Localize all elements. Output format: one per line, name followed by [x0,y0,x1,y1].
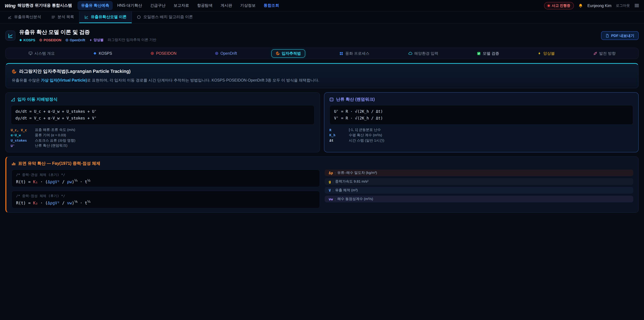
formula-part: · ( [38,201,48,205]
section-tab-opendrift[interactable]: OpenDrift [211,50,241,57]
nav-item-spill-forecast[interactable]: 유출유 확산예측 [78,1,113,10]
legend-symbol: α·U_w [11,133,35,137]
nav-right-cluster: 사고 진행중 Eunjeong Kim 로그아웃 [544,2,639,9]
section-tab-ensemble[interactable]: 앙상블 [534,49,559,58]
param-row: νw : 해수 동점성계수 (m²/s) [325,196,633,202]
param-row: V : 유출 체적 (m³) [325,187,633,194]
code-comment: /* 중력-점성 체제 (후기) */ [16,194,315,198]
ring-dot-icon [215,52,218,55]
legend-symbol: U_stokes [11,138,35,143]
section-tab-kosps[interactable]: KOSPS [89,50,116,57]
logout-button[interactable]: 로그아웃 [616,3,630,8]
section-tab-label: 입자추적법 [282,51,301,56]
nav-item-emergency-rescue[interactable]: 긴급구난 [146,1,169,10]
section-tab-label: OpenDrift [220,51,237,55]
app-root: Wing 해양환경 위기대응 통합시스템 유출유 확산예측 HNS·대기확산 긴… [0,0,644,320]
legend-row: U_c, V_c 표층 해류·조류 속도 (m/s) [11,128,314,132]
section-tab-poseidon[interactable]: POSEIDON [146,50,181,57]
code-comment: /* 중력-관성 체제 (초기) */ [16,172,315,177]
governing-equation-block: dx/dt = U_c + α·U_w + U_stokes + U' dy/d… [11,105,314,125]
pdf-export-button[interactable]: PDF 내보내기 [601,31,639,40]
section-tab-label: 풍화 프로세스 [345,51,370,56]
triangle-ruler-icon [11,98,15,102]
param-desc: 해수 동점성계수 (m²/s) [337,197,373,201]
document-icon [606,34,609,38]
swirl-icon [276,51,280,55]
legend-symbol: U' [11,143,35,148]
nav-item-weather-info[interactable]: 기상정보 [236,1,259,10]
intro-section: 라그랑지안 입자추적법(Lagrangian Particle Tracking… [5,63,639,88]
menu-button[interactable] [634,3,639,8]
param-separator: : [334,171,336,175]
section-tab-label: 발전 방향 [599,51,616,56]
legend-symbol: Δt [330,138,349,143]
formula-coefficient: K₁ [33,180,38,184]
legend-desc: [-1, 1] 균등분포 난수 [349,128,381,132]
virtual-particle-highlight: 가상 입자(Virtual Particle) [41,78,87,82]
intro-text: 유출유를 수많은 [12,78,41,82]
fay-formula: R(t) = K₁ · (ΔρgV² / ρw)¼ · t½ [16,179,315,184]
tab-label: 유출유확산분석 [14,15,41,20]
bell-icon [578,3,583,8]
section-tab-label: POSEIDON [156,51,176,55]
badge-label: 앙상블 [94,38,104,42]
fay-code-block-viscous: /* 중력-점성 체제 (후기) */ R(t) = K₂ · (ΔρgV² /… [12,191,320,208]
pdf-button-label: PDF 내보내기 [611,33,634,38]
bar-chart-icon [12,161,16,166]
formula-part: / [60,201,67,205]
formula-part: ) [72,201,74,205]
tab-analysis-list[interactable]: 분석 목록 [46,12,79,23]
fay-code-column: /* 중력-관성 체제 (초기) */ R(t) = K₁ · (ΔρgV² /… [12,169,320,208]
formula-group: ΔρgV² [48,201,60,205]
section-tab-overview[interactable]: 시스템 개요 [24,49,59,58]
ring-dot-icon [66,39,68,42]
governing-card-title-row: 입자 이동 지배방정식 [11,97,314,103]
section-tab-particle-tracking[interactable]: 입자추적법 [271,49,305,58]
nav-item-aerial-search[interactable]: 항공탐색 [193,1,216,10]
monitor-icon [28,51,32,55]
chart-line-icon [8,33,13,38]
swirl-icon [12,69,16,74]
equation-line: dx/dt = U_c + α·U_w + U_stokes + U' [16,109,310,115]
section-tab-validation[interactable]: 모델 검증 [472,49,504,58]
param-desc: 중력가속도 9.81 m/s² [335,179,368,184]
chart-icon [8,15,12,19]
formula-exponent: ½ [87,179,90,182]
nav-item-hns-dispersion[interactable]: HNS·대기확산 [114,1,146,10]
param-row: Δρ : 유류–해수 밀도차 (kg/m³) [325,169,633,176]
nav-item-board[interactable]: 게시판 [217,1,236,10]
section-tab-roadmap[interactable]: 발전 방향 [589,49,620,58]
dice-icon [330,98,334,102]
nav-item-integrated-search[interactable]: 통합조회 [260,1,283,10]
legend-symbol: K_h [330,133,349,137]
section-tab-weathering[interactable]: 풍화 프로세스 [335,49,374,58]
legend-row: U_stokes 스토크스 표류 (파랑 영향) [11,138,314,143]
nav-item-reports[interactable]: 보고자료 [170,1,193,10]
sub-tab-bar: 유출유확산분석 분석 목록 유출유확산모델 이론 오일펜스 배치 알고리즘 이론 [0,12,644,24]
bolt-icon [538,52,541,55]
section-tab-ocean-input[interactable]: 해양환경 입력 [404,49,442,58]
section-tab-label: 모델 검증 [483,51,499,56]
formula-part: · ( [38,180,48,184]
badge-label: OpenDrift [70,38,85,42]
incident-dot-icon [548,5,550,7]
equation-line: V' = R · √(2K_h / Δt) [334,115,628,122]
legend-desc: 시간 스텝 (일반 1시간) [349,138,384,143]
diamond-icon [94,52,97,55]
legend-row: U' 난류 확산 (랜덤워크) [11,143,314,148]
tab-oilfence-theory[interactable]: 오일펜스 배치 알고리즘 이론 [132,12,198,23]
param-separator: : [332,180,334,184]
badge-poseidon: POSEIDON [39,38,62,42]
notification-bell-button[interactable] [578,3,583,8]
fay-code-block-inertia: /* 중력-관성 체제 (초기) */ R(t) = K₁ · (ΔρgV² /… [12,169,320,187]
grid-icon [340,52,343,55]
formula-exponent: ¼ [87,200,90,203]
turbulence-card-title-row: 난류 확산 (랜덤워크) [330,97,633,103]
brand[interactable]: Wing 해양환경 위기대응 통합시스템 [5,3,72,9]
tab-model-theory[interactable]: 유출유확산모델 이론 [79,12,132,23]
turbulence-card-title: 난류 확산 (랜덤워크) [336,97,375,103]
header-icon-tile [5,31,16,41]
check-icon [477,52,481,55]
incident-status-badge: 사고 진행중 [544,2,574,9]
tab-spill-analysis[interactable]: 유출유확산분석 [3,12,46,23]
